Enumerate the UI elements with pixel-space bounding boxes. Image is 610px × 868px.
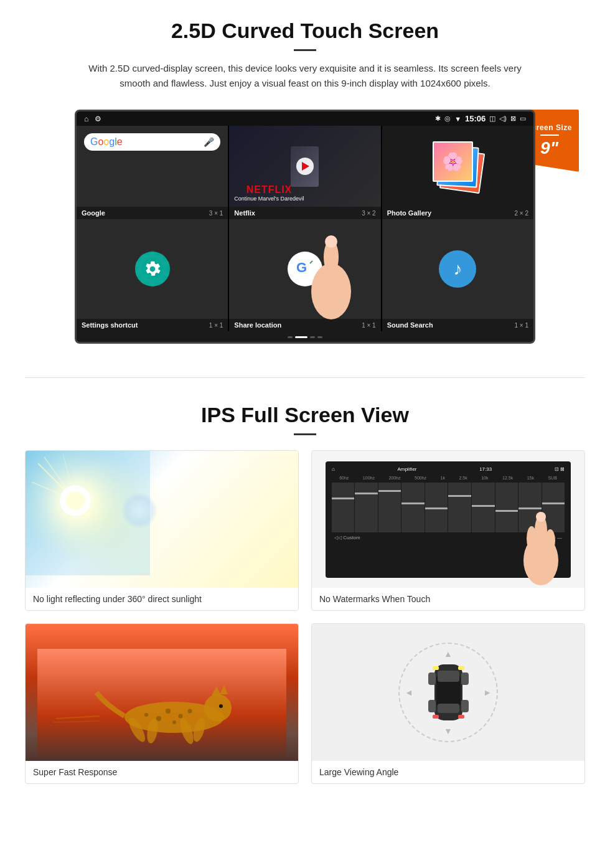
settings-app-cell[interactable]: ⚙ bbox=[77, 219, 228, 319]
gallery-label-cell: Photo Gallery 2 × 2 bbox=[382, 207, 533, 219]
svg-rect-43 bbox=[428, 672, 436, 685]
svg-point-27 bbox=[179, 714, 183, 719]
svg-rect-42 bbox=[458, 715, 464, 719]
sound-size: 1 × 1 bbox=[514, 322, 528, 329]
amplifier-image: ⌂ Amplifier 17:33 ⊡ ⊠ 60hz 100hz 200hz 5… bbox=[312, 451, 584, 588]
netflix-label-text: Netflix bbox=[234, 209, 255, 217]
window-icon: ▭ bbox=[520, 115, 526, 123]
photo-gallery-cell[interactable]: 🌸 bbox=[382, 126, 533, 207]
flower-icon: 🌸 bbox=[442, 151, 464, 172]
svg-point-32 bbox=[219, 704, 223, 708]
arrow-right-icon: ► bbox=[483, 687, 492, 697]
sound-label-text: Sound Search bbox=[387, 321, 433, 329]
pagination-dots bbox=[77, 331, 533, 342]
eq-band-3 bbox=[378, 483, 401, 532]
share-size: 1 × 1 bbox=[362, 322, 376, 329]
feature-grid: No light reflecting under 360° direct su… bbox=[25, 450, 585, 784]
camera-icon: ◫ bbox=[489, 115, 495, 123]
usb-icon: ⚙ bbox=[95, 115, 101, 123]
car-top-view-svg bbox=[425, 655, 472, 730]
play-triangle-icon bbox=[302, 162, 309, 171]
share-label-cell: Share location 1 × 1 bbox=[229, 319, 380, 331]
dot-3 bbox=[310, 336, 315, 338]
settings-bg: ⚙ bbox=[77, 219, 228, 319]
google-label-cell: Google 3 × 1 bbox=[77, 207, 228, 219]
netflix-play-button[interactable] bbox=[296, 158, 314, 175]
google-search-bar[interactable]: Google 🎤 bbox=[84, 133, 220, 151]
dot-4 bbox=[317, 336, 322, 338]
netflix-size: 3 × 2 bbox=[362, 210, 376, 217]
svg-rect-44 bbox=[461, 672, 469, 685]
wifi-icon: ▼ bbox=[454, 115, 461, 123]
status-time: 15:06 bbox=[465, 114, 486, 123]
amp-top-bar: ⌂ Amplifier 17:33 ⊡ ⊠ bbox=[329, 465, 567, 473]
device-screen: ⌂ ⚙ ✱ ◎ ▼ 15:06 ◫ ◁) ⊠ ▭ bbox=[75, 110, 535, 344]
sunlight-caption: No light reflecting under 360° direct su… bbox=[26, 588, 298, 610]
cheetah-image bbox=[26, 624, 298, 761]
eq-band-5 bbox=[425, 483, 448, 532]
car-caption: Large Viewing Angle bbox=[312, 761, 584, 783]
location-icon: ◎ bbox=[444, 115, 451, 123]
close-icon: ⊠ bbox=[510, 115, 516, 123]
svg-point-30 bbox=[156, 716, 161, 721]
svg-rect-39 bbox=[433, 666, 439, 670]
svg-point-29 bbox=[188, 709, 192, 714]
settings-label-text: Settings shortcut bbox=[82, 321, 138, 329]
svg-point-3 bbox=[324, 240, 339, 275]
car-image: ▲ ▼ ◄ ► bbox=[312, 624, 584, 761]
car-circle: ▲ ▼ ◄ ► bbox=[398, 643, 498, 742]
sound-label-cell: Sound Search 1 × 1 bbox=[382, 319, 533, 331]
settings-label-cell: Settings shortcut 1 × 1 bbox=[77, 319, 228, 331]
maps-icon-letter: G bbox=[294, 256, 316, 283]
app-labels-top: Google 3 × 1 Netflix 3 × 2 Photo Gallery… bbox=[77, 207, 533, 219]
gallery-label-text: Photo Gallery bbox=[387, 209, 432, 217]
hand-touch-graphic bbox=[516, 504, 566, 588]
netflix-app-cell[interactable]: NETFLIX Continue Marvel's Daredevil bbox=[229, 126, 380, 207]
google-maps-svg: G bbox=[294, 256, 316, 278]
settings-bg-gear-icon: ⚙ bbox=[130, 240, 175, 298]
amplifier-caption: No Watermarks When Touch bbox=[312, 588, 584, 610]
app-grid-top: Google 🎤 bbox=[77, 126, 533, 207]
amp-home-icon: ⌂ bbox=[332, 466, 335, 472]
amp-time: 17:33 bbox=[479, 466, 492, 472]
title-divider bbox=[294, 49, 316, 51]
home-icon: ⌂ bbox=[84, 115, 88, 123]
arrow-left-icon: ◄ bbox=[405, 687, 413, 697]
google-app-cell[interactable]: Google 🎤 bbox=[77, 126, 228, 207]
arrow-top-icon: ▲ bbox=[444, 649, 453, 659]
cheetah-svg bbox=[37, 649, 286, 761]
netflix-brand: NETFLIX bbox=[234, 184, 304, 196]
amp-icons: ⊡ ⊠ bbox=[555, 466, 565, 472]
svg-point-15 bbox=[545, 529, 555, 552]
svg-rect-41 bbox=[433, 715, 439, 719]
feature-cheetah: Super Fast Response bbox=[25, 623, 299, 784]
share-location-cell[interactable]: G bbox=[229, 219, 380, 319]
svg-rect-40 bbox=[458, 666, 464, 670]
svg-point-26 bbox=[166, 709, 171, 714]
photo-stack: 🌸 bbox=[433, 141, 482, 191]
svg-point-31 bbox=[144, 713, 148, 717]
feature-sunlight: No light reflecting under 360° direct su… bbox=[25, 450, 299, 611]
arrow-bottom-icon: ▼ bbox=[444, 726, 453, 736]
eq-band-1 bbox=[332, 483, 355, 532]
svg-point-14 bbox=[527, 526, 537, 551]
section-divider-line bbox=[25, 377, 585, 378]
badge-divider bbox=[540, 134, 559, 136]
music-icon: ♪ bbox=[439, 250, 476, 288]
sound-search-cell[interactable]: ♪ bbox=[382, 219, 533, 319]
volume-icon: ◁) bbox=[499, 115, 507, 123]
netflix-label: NETFLIX Continue Marvel's Daredevil bbox=[234, 184, 304, 202]
netflix-label-cell: Netflix 3 × 2 bbox=[229, 207, 380, 219]
sunlight-image bbox=[26, 451, 298, 588]
bluetooth-icon: ✱ bbox=[435, 115, 441, 123]
status-bar: ⌂ ⚙ ✱ ◎ ▼ 15:06 ◫ ◁) ⊠ ▭ bbox=[77, 111, 533, 126]
section2-title: IPS Full Screen View bbox=[25, 403, 585, 427]
section-ips: IPS Full Screen View bbox=[0, 397, 610, 803]
svg-point-28 bbox=[172, 720, 176, 724]
google-logo: Google bbox=[90, 136, 123, 148]
eq-band-6 bbox=[448, 483, 471, 532]
section2-divider bbox=[294, 433, 316, 435]
feature-amplifier: ⌂ Amplifier 17:33 ⊡ ⊠ 60hz 100hz 200hz 5… bbox=[311, 450, 585, 611]
sunlight-svg bbox=[26, 451, 150, 575]
section-curved-touch: 2.5D Curved Touch Screen With 2.5D curve… bbox=[0, 0, 610, 359]
